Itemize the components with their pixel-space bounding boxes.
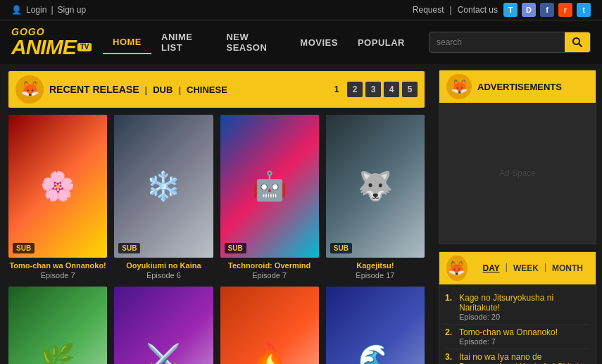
rank-header: 🦊 DAY | WEEK | MONTH [439, 252, 596, 284]
rank-info: Itai no wa Iya nano de Bougyoryoku ni Ky… [459, 352, 590, 364]
recent-release-label: RECENT RELEASE [49, 84, 139, 95]
top-bar: 👤 Login | Sign up Request | Contact us T… [0, 0, 602, 20]
pagination: 1 2 3 4 5 [329, 82, 418, 97]
user-icon: 👤 [11, 5, 22, 15]
nav-movies[interactable]: MOVIES [290, 32, 348, 54]
anime-title: Tomo-chan wa Onnanoko! [8, 261, 107, 270]
anime-episode: Episode 7 [8, 271, 107, 280]
ads-box: 🦊 ADVERTISEMENTS Ad Space [439, 70, 596, 244]
rank-info: Tomo-chan wa Onnanoko! Episode: 7 [459, 327, 590, 346]
anime-title: Kagejitsu! [326, 261, 425, 270]
nav-new-season[interactable]: NEW SEASON [216, 26, 290, 58]
ads-header: 🦊 ADVERTISEMENTS [439, 70, 596, 103]
anime-card[interactable]: 🤖 SUB Technoroid: Overmind Episode 7 [220, 115, 319, 280]
sub-badge: SUB [330, 243, 352, 253]
nav-anime-list[interactable]: ANIME LIST [151, 26, 216, 58]
logo-tv: TV [77, 43, 92, 51]
sidebar: 🦊 ADVERTISEMENTS Ad Space 🦊 DAY | WEEK |… [433, 64, 602, 364]
rank-box: 🦊 DAY | WEEK | MONTH 1. Kage no Jitsuryo… [439, 251, 596, 364]
anime-title: Technoroid: Overmind [220, 261, 319, 270]
signup-link[interactable]: Sign up [58, 5, 87, 15]
rank-item: 2. Tomo-chan wa Onnanoko! Episode: 7 [445, 325, 590, 349]
ads-content: Ad Space [439, 103, 596, 244]
page-2[interactable]: 2 [347, 82, 363, 97]
search-icon [572, 37, 583, 48]
anime-title: Ooyukiumi no Kaina [114, 261, 213, 270]
discord-icon[interactable]: D [522, 3, 536, 17]
rank-tab-week[interactable]: WEEK [508, 262, 544, 275]
anime-card[interactable]: 🔥 SUB [220, 287, 319, 364]
anime-card[interactable]: ⚔️ SUB [114, 287, 213, 364]
rank-item: 1. Kage no Jitsuryokusha ni Naritakute! … [445, 290, 590, 325]
rank-icon: 🦊 [446, 256, 468, 281]
rank-episode: Episode: 7 [459, 337, 590, 346]
anime-episode: Episode 7 [220, 271, 319, 280]
rank-number: 3. [445, 352, 455, 362]
logo: GOGO ANIME TV [11, 27, 89, 58]
anime-card[interactable]: 🌸 SUB Tomo-chan wa Onnanoko! Episode 7 [8, 115, 107, 280]
anime-episode: Episode 17 [326, 271, 425, 280]
main-layout: 🦊 RECENT RELEASE | DUB | CHINESE 1 2 3 4… [0, 64, 602, 364]
main-nav: HOME ANIME LIST NEW SEASON MOVIES POPULA… [103, 26, 415, 58]
anime-card[interactable]: 🌿 SUB [8, 287, 107, 364]
search-input[interactable] [429, 33, 565, 51]
page-3[interactable]: 3 [365, 82, 381, 97]
request-link[interactable]: Request [413, 5, 444, 15]
telegram-icon[interactable]: T [503, 3, 518, 17]
search-box[interactable] [429, 32, 591, 53]
pipe-separator: | [51, 5, 53, 15]
anime-card[interactable]: ❄️ SUB Ooyukiumi no Kaina Episode 6 [114, 115, 213, 280]
filter-dub[interactable]: DUB [153, 84, 173, 95]
page-5[interactable]: 5 [402, 82, 418, 97]
sub-badge: SUB [118, 243, 140, 253]
rank-anime-name[interactable]: Kage no Jitsuryokusha ni Naritakute! [459, 293, 590, 313]
rank-tab-day[interactable]: DAY [477, 262, 506, 275]
login-link[interactable]: Login [26, 5, 46, 15]
anime-card[interactable]: 🌊 SUB [326, 287, 425, 364]
rank-info: Kage no Jitsuryokusha ni Naritakute! Epi… [459, 293, 590, 321]
ads-title: ADVERTISEMENTS [477, 82, 562, 92]
rank-number: 2. [445, 327, 455, 337]
anime-card[interactable]: 🐺 SUB Kagejitsu! Episode 17 [326, 115, 425, 280]
logo-anime: ANIME [11, 37, 76, 58]
social-icons: T D f r t [503, 3, 591, 17]
reddit-icon[interactable]: r [558, 3, 572, 17]
svg-line-1 [579, 44, 582, 46]
top-bar-left: 👤 Login | Sign up [11, 5, 86, 15]
rank-list: 1. Kage no Jitsuryokusha ni Naritakute! … [439, 284, 596, 364]
page-4[interactable]: 4 [384, 82, 399, 97]
sub-badge: SUB [225, 243, 246, 253]
rank-item: 3. Itai no wa Iya nano de Bougyoryoku ni… [445, 349, 590, 364]
ads-icon: 🦊 [446, 74, 472, 99]
rank-tab-month[interactable]: MONTH [546, 262, 589, 275]
rank-episode: Episode: 20 [459, 313, 590, 321]
rank-number: 1. [445, 293, 455, 303]
nav-home[interactable]: HOME [103, 31, 151, 54]
rank-tabs: DAY | WEEK | MONTH [477, 262, 589, 275]
contact-link[interactable]: Contact us [458, 5, 498, 15]
twitter-icon[interactable]: t [577, 3, 591, 17]
top-bar-right: Request | Contact us T D f r t [413, 3, 591, 17]
filter-chinese[interactable]: CHINESE [187, 84, 227, 95]
rank-anime-name[interactable]: Itai no wa Iya nano de Bougyoryoku ni Ky… [459, 352, 590, 364]
facebook-icon[interactable]: f [540, 3, 554, 17]
page-1[interactable]: 1 [329, 82, 344, 97]
recent-bar: 🦊 RECENT RELEASE | DUB | CHINESE 1 2 3 4… [8, 71, 425, 108]
rank-anime-name[interactable]: Tomo-chan wa Onnanoko! [459, 327, 590, 337]
anime-grid: 🌸 SUB Tomo-chan wa Onnanoko! Episode 7 ❄… [8, 115, 425, 364]
header: GOGO ANIME TV HOME ANIME LIST NEW SEASON… [0, 20, 602, 64]
anime-episode: Episode 6 [114, 271, 213, 280]
content-area: 🦊 RECENT RELEASE | DUB | CHINESE 1 2 3 4… [0, 64, 433, 364]
naruto-icon: 🦊 [15, 75, 44, 103]
sub-badge: SUB [13, 243, 35, 253]
nav-popular[interactable]: POPULAR [348, 32, 415, 54]
search-button[interactable] [565, 32, 590, 52]
